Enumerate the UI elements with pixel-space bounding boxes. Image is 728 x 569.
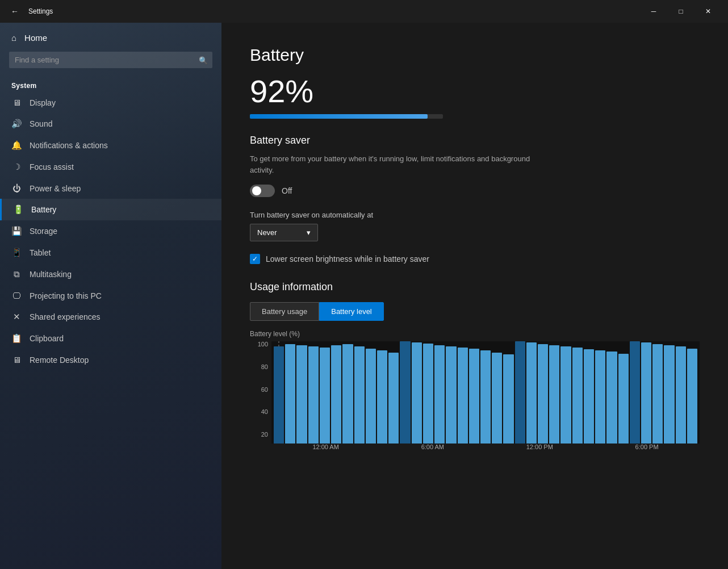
- bar-item: [331, 341, 341, 444]
- bar-item: [366, 341, 376, 444]
- sidebar-item-shared[interactable]: ✕ Shared experiences: [0, 306, 221, 328]
- auto-label: Turn battery saver on automatically at: [250, 211, 700, 219]
- brightness-checkbox[interactable]: ✓: [250, 254, 260, 264]
- battery-saver-dropdown[interactable]: Never ▾: [250, 224, 318, 241]
- bar-item: [630, 341, 640, 444]
- sidebar-item-power[interactable]: ⏻ Power & sleep: [0, 178, 221, 199]
- bar-item: [285, 341, 295, 444]
- projecting-icon: 🖵: [11, 291, 22, 300]
- tab-battery-usage[interactable]: Battery usage: [250, 302, 319, 321]
- remote-icon: 🖥: [11, 355, 22, 365]
- bar-item: [676, 341, 686, 444]
- titlebar: ← Settings ─ □ ✕: [0, 0, 728, 23]
- sidebar-item-focus[interactable]: ☽ Focus assist: [0, 156, 221, 178]
- main-layout: ⌂ Home 🔍 System 🖥 Display 🔊 Sound 🔔 Noti…: [0, 23, 728, 569]
- bar-item: [492, 341, 502, 444]
- home-label: Home: [24, 33, 47, 43]
- sidebar-item-sound[interactable]: 🔊 Sound: [0, 113, 221, 135]
- bar-item: [308, 341, 319, 444]
- storage-icon: 💾: [11, 226, 22, 236]
- dropdown-value: Never: [257, 228, 277, 237]
- storage-label: Storage: [30, 227, 57, 236]
- usage-tabs: Battery usage Battery level: [250, 302, 700, 321]
- bar-item: [342, 341, 353, 444]
- bar-item: [274, 341, 284, 444]
- chart-x-labels: 12:00 AM 6:00 AM 12:00 PM 6:00 PM: [271, 444, 700, 455]
- focus-icon: ☽: [11, 162, 22, 172]
- bar-item: [515, 341, 525, 444]
- back-button[interactable]: ←: [7, 3, 23, 19]
- notifications-icon: 🔔: [11, 140, 22, 150]
- power-icon: ⏻: [11, 183, 22, 193]
- bar-item: [606, 341, 617, 444]
- projecting-label: Projecting to this PC: [30, 291, 102, 300]
- bar-item: [584, 341, 594, 444]
- sidebar: ⌂ Home 🔍 System 🖥 Display 🔊 Sound 🔔 Noti…: [0, 23, 221, 569]
- sidebar-item-home[interactable]: ⌂ Home: [0, 27, 221, 48]
- sound-icon: 🔊: [11, 119, 22, 129]
- bar-item: [572, 341, 583, 444]
- clipboard-icon: 📋: [11, 333, 22, 344]
- battery-saver-toggle[interactable]: [250, 185, 275, 197]
- app-title: Settings: [28, 7, 53, 15]
- bar-item: [446, 341, 456, 444]
- y-label-80: 80: [261, 364, 268, 370]
- focus-label: Focus assist: [30, 162, 74, 171]
- battery-saver-description: To get more from your battery when it's …: [250, 153, 545, 175]
- battery-icon: 🔋: [13, 204, 23, 215]
- sidebar-item-display[interactable]: 🖥 Display: [0, 92, 221, 113]
- sound-label: Sound: [30, 119, 52, 128]
- display-icon: 🖥: [11, 98, 22, 107]
- battery-bar-fill: [250, 114, 428, 119]
- bar-item: [687, 341, 697, 444]
- x-label-12pm: 12:00 PM: [526, 444, 553, 455]
- bar-item: [354, 341, 365, 444]
- bar-item: [377, 341, 387, 444]
- bar-item: [641, 341, 651, 444]
- power-label: Power & sleep: [30, 184, 81, 193]
- sidebar-item-projecting[interactable]: 🖵 Projecting to this PC: [0, 285, 221, 306]
- sidebar-item-clipboard[interactable]: 📋 Clipboard: [0, 328, 221, 349]
- tab-battery-level[interactable]: Battery level: [319, 302, 384, 321]
- shared-icon: ✕: [11, 312, 22, 322]
- sidebar-item-multitasking[interactable]: ⧉ Multitasking: [0, 263, 221, 285]
- bar-item: [434, 341, 445, 444]
- toggle-row: Off: [250, 185, 700, 197]
- x-label-6pm: 6:00 PM: [635, 444, 659, 455]
- chart-label: Battery level (%): [250, 330, 700, 338]
- checkmark-icon: ✓: [252, 255, 258, 263]
- tablet-icon: 📱: [11, 248, 22, 258]
- chart-bars: [271, 341, 700, 444]
- sidebar-item-remote[interactable]: 🖥 Remote Desktop: [0, 349, 221, 370]
- battery-nav-label: Battery: [31, 205, 56, 214]
- toggle-knob: [252, 186, 261, 195]
- bar-item: [469, 341, 479, 444]
- x-label-6am: 6:00 AM: [421, 444, 444, 455]
- y-label-40: 40: [261, 409, 268, 415]
- battery-bar: [250, 114, 443, 119]
- bar-item: [538, 341, 548, 444]
- chart-y-labels: 100 80 60 40 20: [250, 341, 271, 438]
- multitasking-icon: ⧉: [11, 269, 22, 279]
- bar-item: [320, 341, 330, 444]
- search-container: 🔍: [9, 52, 212, 68]
- maximize-button[interactable]: □: [668, 2, 694, 20]
- shared-label: Shared experiences: [30, 312, 101, 321]
- home-icon: ⌂: [11, 33, 16, 43]
- sidebar-item-storage[interactable]: 💾 Storage: [0, 220, 221, 242]
- y-label-100: 100: [258, 341, 268, 348]
- search-input[interactable]: [9, 52, 212, 68]
- tablet-label: Tablet: [30, 248, 51, 257]
- bar-item: [652, 341, 663, 444]
- sidebar-item-tablet[interactable]: 📱 Tablet: [0, 242, 221, 263]
- close-button[interactable]: ✕: [695, 2, 721, 20]
- remote-label: Remote Desktop: [30, 355, 89, 365]
- sidebar-item-notifications[interactable]: 🔔 Notifications & actions: [0, 135, 221, 156]
- bar-item: [480, 341, 491, 444]
- sidebar-item-battery[interactable]: 🔋 Battery: [0, 199, 221, 220]
- minimize-button[interactable]: ─: [641, 2, 667, 20]
- search-icon: 🔍: [199, 56, 208, 64]
- bar-item: [526, 341, 537, 444]
- bar-item: [560, 341, 571, 444]
- x-label-12am: 12:00 AM: [312, 444, 338, 455]
